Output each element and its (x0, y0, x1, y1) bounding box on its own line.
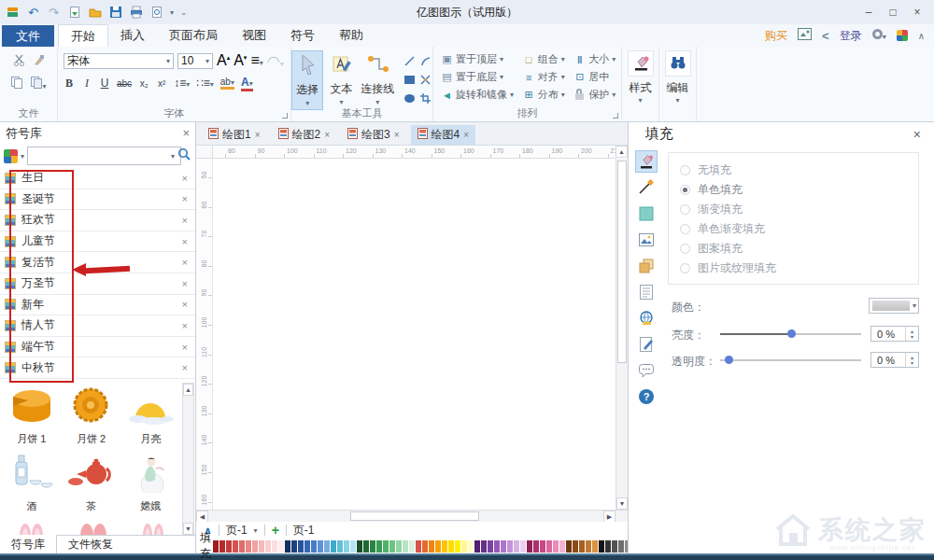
radio-icon[interactable] (680, 244, 690, 254)
palette-swatch[interactable] (233, 540, 238, 553)
palette-swatch[interactable] (285, 540, 290, 553)
library-item-close-icon[interactable]: × (182, 257, 191, 268)
palette-swatch[interactable] (318, 540, 323, 553)
scroll-down-icon[interactable]: ▼ (183, 523, 193, 535)
palette-swatch[interactable] (370, 540, 375, 553)
undo-icon[interactable]: ↶ (26, 6, 40, 20)
palette-swatch[interactable] (363, 540, 369, 553)
grow-font-icon[interactable]: A▴ (217, 52, 230, 69)
brightness-spinner[interactable]: 0 %▴▾ (870, 326, 919, 342)
fill-bucket-icon[interactable] (635, 150, 658, 173)
palette-swatch[interactable] (383, 540, 389, 553)
library-list-item[interactable]: 情人节× (0, 315, 195, 337)
paste-icon[interactable] (10, 76, 22, 92)
palette-swatch[interactable] (573, 540, 578, 553)
collapse-ribbon-icon[interactable]: ∧ (918, 31, 925, 41)
palette-swatch[interactable] (448, 540, 454, 553)
arrange-item-9[interactable]: 保护▾ (570, 86, 621, 104)
palette-swatch[interactable] (605, 540, 611, 553)
radio-icon[interactable] (680, 224, 690, 234)
menu-tab-4[interactable]: 视图 (230, 24, 278, 47)
library-item-close-icon[interactable]: × (182, 215, 191, 226)
library-list-item[interactable]: 儿童节× (0, 231, 195, 253)
palette-swatch[interactable] (474, 540, 480, 553)
crop-tool-icon[interactable] (417, 90, 432, 107)
drawing-tab-1[interactable]: 绘图1× (202, 125, 267, 145)
line-spacing-icon[interactable]: ↕≡▾ (174, 77, 190, 90)
library-item-close-icon[interactable]: × (182, 342, 191, 353)
palette-swatch[interactable] (331, 540, 336, 553)
subscript-button[interactable]: x₂ (138, 78, 149, 89)
font-dialog-launcher-icon[interactable] (282, 113, 288, 119)
cut-icon[interactable] (13, 53, 25, 70)
fill-option-1[interactable]: 无填充 (680, 161, 918, 180)
brightness-slider[interactable] (720, 333, 861, 335)
drawing-tab-close-icon[interactable]: × (324, 130, 330, 140)
tab-file-recovery[interactable]: 文件恢复 (57, 536, 124, 553)
file-menu-button[interactable]: 文件 (2, 25, 54, 47)
palette-swatch[interactable] (553, 540, 559, 553)
transparency-spinner[interactable]: 0 %▴▾ (870, 352, 919, 368)
underline-button[interactable]: U (99, 77, 110, 90)
library-list-item[interactable]: 端午节× (0, 337, 195, 358)
fill-option-4[interactable]: 单色渐变填充 (680, 219, 918, 239)
palette-swatch[interactable] (435, 540, 441, 553)
document-properties-icon[interactable] (635, 281, 658, 303)
buy-button[interactable]: 购买 (765, 28, 787, 44)
font-size-combo[interactable]: 10▾ (177, 53, 213, 69)
palette-swatch[interactable] (488, 540, 493, 553)
menu-tab-5[interactable]: 符号 (278, 24, 327, 47)
palette-swatch[interactable] (265, 540, 271, 553)
drawing-tab-4[interactable]: 绘图4× (411, 125, 476, 145)
palette-swatch[interactable] (376, 540, 382, 553)
library-item-close-icon[interactable]: × (182, 320, 191, 331)
scroll-up-icon[interactable]: ▲ (183, 384, 193, 396)
arrange-item-5[interactable]: 对齐▾ (519, 68, 571, 86)
close-button[interactable]: × (906, 3, 928, 21)
palette-swatch[interactable] (239, 540, 245, 553)
transparency-slider[interactable] (720, 359, 861, 361)
drawing-tab-3[interactable]: 绘图3× (341, 125, 406, 145)
line-style-icon[interactable] (635, 176, 658, 199)
preview-icon[interactable] (149, 6, 163, 20)
tab-symbol-library[interactable]: 符号库 (0, 535, 57, 553)
palette-swatch[interactable] (540, 540, 545, 553)
palette-swatch[interactable] (559, 540, 565, 553)
arc-text-icon[interactable]: ◠▾ (267, 52, 284, 70)
library-list-item[interactable]: 圣诞节× (0, 189, 195, 211)
symbol-thumbnail[interactable]: 酒 (2, 450, 62, 517)
palette-swatch[interactable] (514, 540, 519, 553)
palette-swatch[interactable] (612, 540, 617, 553)
palette-swatch[interactable] (396, 540, 402, 553)
ribbon-group-style[interactable]: 样式 ▾ (622, 47, 659, 121)
superscript-button[interactable]: x² (156, 78, 167, 89)
fill-option-3[interactable]: 渐变填充 (680, 200, 918, 219)
align-icon[interactable]: ≡▾ (250, 52, 262, 69)
add-page-button[interactable]: + (272, 523, 279, 538)
menu-tab-1[interactable]: 开始 (58, 24, 108, 47)
picture-icon[interactable] (635, 229, 658, 251)
color-burst-icon[interactable] (897, 30, 908, 41)
palette-swatch[interactable] (429, 540, 434, 553)
palette-swatch[interactable] (350, 540, 356, 553)
format-painter-icon[interactable] (33, 53, 45, 70)
palette-swatch[interactable] (252, 540, 258, 553)
save-icon[interactable] (108, 6, 122, 20)
page-dropdown-icon[interactable]: ▾ (254, 526, 258, 535)
palette-swatch[interactable] (311, 540, 317, 553)
highlight-color-icon[interactable]: ab▾ (220, 77, 234, 90)
palette-swatch[interactable] (599, 540, 604, 553)
color-dropdown[interactable]: ▾ (869, 298, 919, 314)
palette-swatch[interactable] (468, 540, 474, 553)
palette-swatch[interactable] (278, 540, 284, 553)
arrange-dialog-launcher-icon[interactable] (613, 113, 618, 119)
connector-tool-button[interactable]: 连接线▾ (360, 50, 396, 110)
library-list-item[interactable]: 狂欢节× (0, 210, 195, 231)
hyperlink-globe-icon[interactable] (635, 307, 658, 329)
palette-swatch[interactable] (527, 540, 532, 553)
rectangle-tool-icon[interactable] (402, 71, 417, 89)
library-item-close-icon[interactable]: × (182, 299, 191, 310)
symbol-thumbnail[interactable]: 嫦娥 (120, 450, 180, 517)
maximize-button[interactable]: □ (882, 3, 904, 21)
arrange-item-7[interactable]: 旋转和镜像▾ (437, 86, 519, 104)
